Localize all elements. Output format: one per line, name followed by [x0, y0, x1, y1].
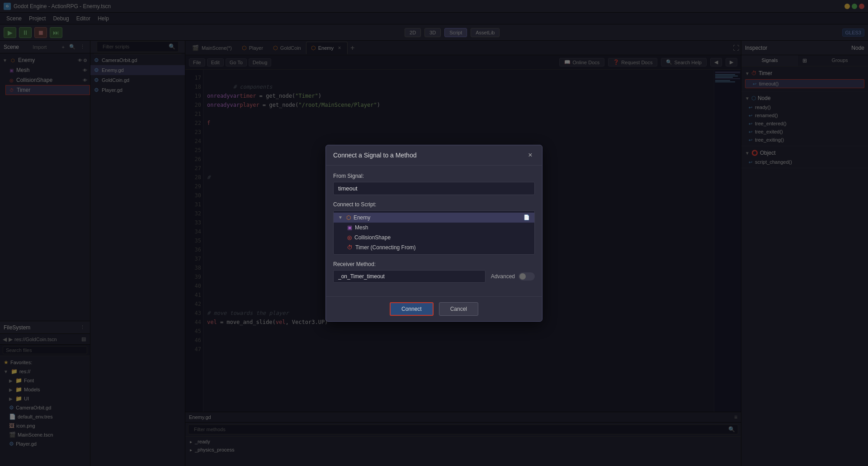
receiver-method-row: Advanced — [333, 270, 535, 283]
modal-footer: Connect Cancel — [326, 296, 542, 321]
modal-enemy-label: Enemy — [354, 214, 370, 221]
modal-title: Connect a Signal to a Method — [333, 152, 416, 159]
receiver-method-input[interactable] — [333, 270, 486, 283]
modal-body: From Signal: timeout Connect to Script: … — [326, 166, 542, 296]
modal-close-button[interactable]: × — [526, 151, 535, 160]
advanced-label: Advanced — [491, 273, 515, 280]
modal-enemy-expand-icon: ▼ — [338, 215, 343, 220]
from-signal-value: timeout — [333, 182, 535, 195]
modal-timer-label: Timer (Connecting From) — [355, 244, 416, 251]
advanced-toggle-switch[interactable] — [519, 272, 535, 281]
toggle-knob — [519, 273, 526, 280]
modal-enemy-icon: ⬡ — [346, 214, 351, 221]
modal-collision-label: CollisionShape — [354, 234, 391, 241]
receiver-method-label: Receiver Method: — [333, 261, 535, 267]
modal-tree-mesh[interactable]: ▣ Mesh — [343, 223, 534, 233]
modal-tree-timer[interactable]: ⏱ Timer (Connecting From) — [343, 243, 534, 252]
modal-mesh-icon: ▣ — [347, 224, 352, 231]
connect-to-tree: ▼ ⬡ Enemy 📄 ▣ Mesh ◎ CollisionShape ⏱ Ti… — [333, 210, 535, 255]
modal-collision-icon: ◎ — [347, 234, 352, 241]
connect-to-label: Connect to Script: — [333, 201, 535, 208]
modal-overlay: Connect a Signal to a Method × From Sign… — [0, 0, 868, 466]
advanced-toggle: Advanced — [491, 272, 535, 281]
modal-cancel-button[interactable]: Cancel — [439, 302, 478, 316]
from-signal-label: From Signal: — [333, 173, 535, 179]
modal-timer-icon: ⏱ — [347, 244, 353, 251]
receiver-method-input-wrap — [333, 270, 486, 283]
modal-tree-enemy[interactable]: ▼ ⬡ Enemy 📄 — [334, 213, 534, 223]
modal-enemy-script-icon[interactable]: 📄 — [524, 214, 530, 220]
modal-header: Connect a Signal to a Method × — [326, 145, 542, 166]
connect-signal-modal: Connect a Signal to a Method × From Sign… — [326, 145, 542, 322]
modal-mesh-label: Mesh — [355, 224, 368, 231]
modal-tree-collision[interactable]: ◎ CollisionShape — [343, 233, 534, 243]
modal-connect-button[interactable]: Connect — [390, 302, 434, 316]
